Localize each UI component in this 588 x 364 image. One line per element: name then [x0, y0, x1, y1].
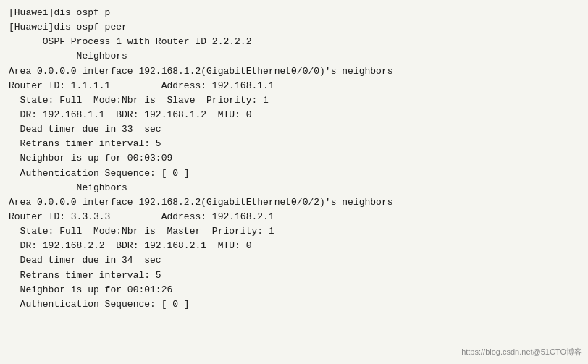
- terminal-line: State: Full Mode:Nbr is Master Priority:…: [9, 224, 579, 239]
- terminal-line: Neighbor is up for 00:03:09: [9, 151, 579, 166]
- terminal-line: Authentication Sequence: [ 0 ]: [9, 166, 579, 181]
- terminal-line: Dead timer due in 34 sec: [9, 253, 579, 268]
- terminal-line: [Huawei]dis ospf peer: [9, 20, 579, 35]
- terminal-line: DR: 192.168.1.1 BDR: 192.168.1.2 MTU: 0: [9, 108, 579, 122]
- terminal-line: [Huawei]dis ospf p: [9, 6, 579, 20]
- terminal-line: State: Full Mode:Nbr is Slave Priority: …: [9, 93, 579, 108]
- terminal-line: Neighbors: [9, 49, 579, 64]
- terminal-line: Retrans timer interval: 5: [9, 268, 579, 283]
- terminal-line: Neighbor is up for 00:01:26: [9, 283, 579, 297]
- terminal-line: Retrans timer interval: 5: [9, 137, 579, 151]
- terminal-line: Neighbors: [9, 181, 579, 195]
- watermark: https://blog.csdn.net@51CTO博客: [461, 346, 582, 358]
- terminal-output: [Huawei]dis ospf p[Huawei]dis ospf peer …: [9, 6, 579, 312]
- terminal-line: Area 0.0.0.0 interface 192.168.2.2(Gigab…: [9, 195, 579, 210]
- terminal-window: [Huawei]dis ospf p[Huawei]dis ospf peer …: [0, 0, 588, 364]
- terminal-line: OSPF Process 1 with Router ID 2.2.2.2: [9, 35, 579, 49]
- terminal-line: DR: 192.168.2.2 BDR: 192.168.2.1 MTU: 0: [9, 239, 579, 253]
- terminal-line: Area 0.0.0.0 interface 192.168.1.2(Gigab…: [9, 64, 579, 79]
- terminal-line: Dead timer due in 33 sec: [9, 122, 579, 137]
- terminal-line: Router ID: 3.3.3.3 Address: 192.168.2.1: [9, 210, 579, 224]
- terminal-line: Router ID: 1.1.1.1 Address: 192.168.1.1: [9, 79, 579, 93]
- terminal-line: Authentication Sequence: [ 0 ]: [9, 297, 579, 312]
